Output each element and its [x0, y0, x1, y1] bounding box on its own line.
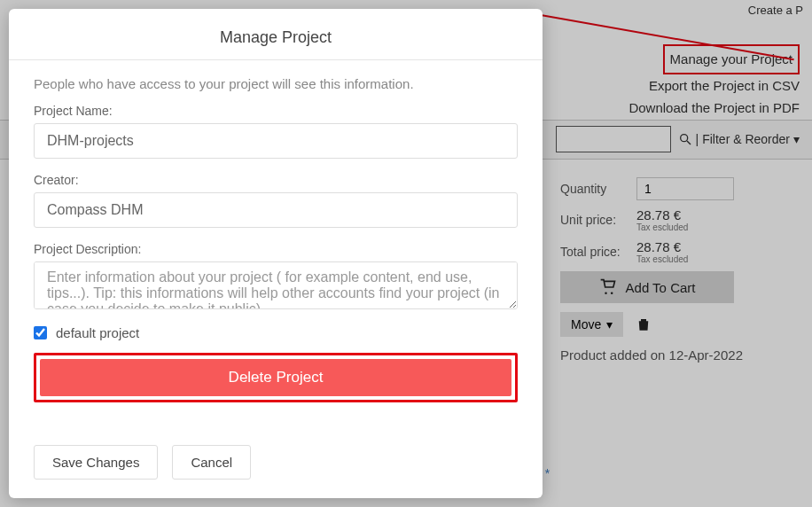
default-project-checkbox[interactable]	[34, 326, 47, 339]
cancel-button[interactable]: Cancel	[172, 445, 251, 480]
default-project-label: default project	[56, 325, 139, 340]
project-name-label: Project Name:	[34, 104, 518, 118]
creator-label: Creator:	[34, 173, 518, 187]
divider	[9, 59, 543, 60]
manage-project-modal: Manage Project People who have access to…	[9, 9, 543, 498]
description-textarea[interactable]	[34, 261, 518, 309]
project-name-input[interactable]	[34, 123, 518, 159]
description-label: Project Description:	[34, 242, 518, 256]
default-project-row[interactable]: default project	[34, 325, 518, 340]
delete-project-button[interactable]: Delete Project	[40, 359, 511, 396]
creator-input[interactable]	[34, 192, 518, 228]
delete-highlight: Delete Project	[34, 353, 518, 402]
save-changes-button[interactable]: Save Changes	[34, 445, 158, 480]
modal-title: Manage Project	[34, 28, 518, 47]
modal-intro: People who have access to your project w…	[34, 76, 518, 91]
